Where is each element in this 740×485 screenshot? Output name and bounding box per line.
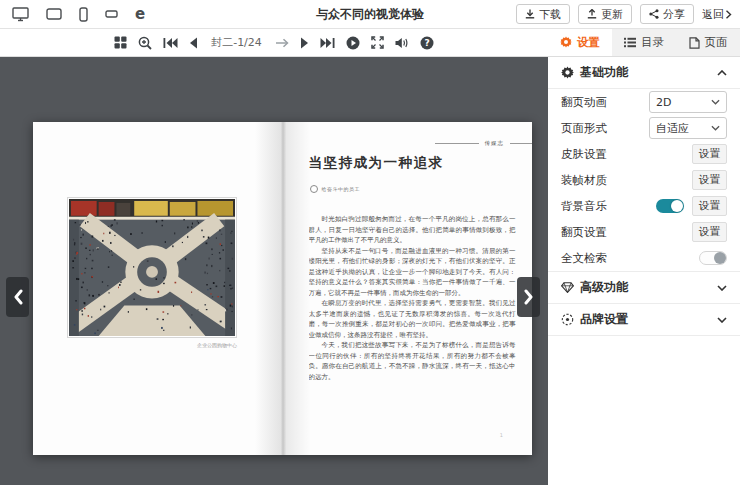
next-page-icon[interactable]	[300, 37, 309, 49]
mini-icon[interactable]	[105, 10, 118, 18]
setting-row-fulltext-search: 全文检索	[548, 245, 740, 271]
prev-page-icon[interactable]	[189, 37, 198, 49]
flipbook-editor-app: e 与众不同的视觉体验 下载 更新 分享 返回	[0, 0, 740, 485]
divider	[548, 335, 740, 336]
rule-right	[510, 143, 532, 144]
update-label: 更新	[601, 7, 623, 22]
download-label: 下载	[539, 7, 561, 22]
select-value: 自适应	[656, 121, 711, 136]
chevron-down-icon	[717, 317, 727, 323]
rule-left	[435, 143, 479, 144]
page-icon	[689, 37, 700, 49]
sound-icon[interactable]	[395, 37, 409, 49]
phone-icon[interactable]	[79, 7, 88, 22]
byline-avatar-icon	[310, 185, 318, 193]
thumbnails-icon[interactable]	[114, 36, 127, 49]
tablet-icon[interactable]	[46, 8, 62, 20]
autoplay-icon[interactable]	[346, 36, 360, 50]
article-paragraph: 在瞬息万变的时代里，选择坚持需要勇气，更需要智慧。我们见过太多半途而废的遗憾，也…	[309, 298, 516, 340]
flip-animation-select[interactable]: 2D	[649, 91, 727, 113]
tab-pages-label: 页面	[705, 35, 728, 50]
flip-settings-button[interactable]: 设置	[692, 222, 727, 242]
chevron-up-icon	[717, 70, 727, 76]
last-page-icon[interactable]	[320, 37, 335, 49]
binding-material-button[interactable]: 设置	[692, 170, 727, 190]
gear-icon	[560, 36, 572, 48]
desktop-icon[interactable]	[12, 7, 29, 22]
article-body: 时光如白驹过隙般匆匆而过，在每一个平凡的岗位上，总有那么一群人，日复一日地坚守着…	[309, 214, 516, 410]
article-paragraph: 坚持从来不是一句口号，而是融进血液里的一种习惯。清晨的第一缕阳光里，有他们忙碌的…	[309, 246, 516, 299]
column-label: 传媒志	[485, 140, 505, 147]
zoom-in-icon[interactable]	[138, 36, 152, 50]
share-button[interactable]: 分享	[640, 4, 694, 24]
tab-pages[interactable]: 页面	[676, 29, 740, 56]
fullscreen-icon[interactable]	[371, 36, 384, 49]
first-page-icon[interactable]	[163, 37, 178, 49]
content-area: 企业公园购物中心 传媒志 当坚持成为一种追求 给奋斗中的员工 时光	[0, 57, 740, 485]
tab-settings[interactable]: 设置	[548, 29, 612, 56]
share-icon	[649, 9, 659, 19]
bg-music-toggle[interactable]	[656, 199, 684, 213]
download-button[interactable]: 下载	[516, 4, 570, 24]
setting-label: 全文检索	[561, 251, 699, 266]
diamond-icon	[561, 282, 574, 293]
fulltext-search-toggle[interactable]	[699, 251, 727, 265]
setting-row-skin: 皮肤设置 设置	[548, 141, 740, 167]
tab-toc-label: 目录	[641, 35, 664, 50]
article-title: 当坚持成为一种追求	[309, 154, 444, 172]
section-advanced-functions[interactable]: 高级功能	[548, 272, 740, 303]
list-icon	[624, 37, 636, 48]
prev-arrow-button[interactable]	[6, 277, 29, 317]
settings-sidebar: 基础功能 翻页动画 2D 页面形式 自适应	[548, 57, 740, 485]
photo-caption: 企业公园购物中心	[67, 342, 237, 348]
e-reader-icon[interactable]: e	[135, 7, 145, 22]
tab-toc[interactable]: 目录	[612, 29, 676, 56]
section-label: 品牌设置	[580, 311, 711, 328]
book-stage: 企业公园购物中心 传媒志 当坚持成为一种追求 给奋斗中的员工 时光	[0, 57, 548, 485]
chevron-down-icon	[711, 125, 720, 131]
byline: 给奋斗中的员工	[310, 185, 361, 193]
byline-text: 给奋斗中的员工	[322, 186, 361, 192]
section-label: 基础功能	[580, 64, 711, 81]
viewer-toolbar: 封二-1/24 ?	[0, 29, 548, 57]
setting-label: 页面形式	[561, 121, 649, 136]
chevron-right-icon	[725, 10, 732, 19]
select-value: 2D	[656, 96, 711, 109]
topbar: e 与众不同的视觉体验 下载 更新 分享 返回	[0, 0, 740, 29]
page-mode-select[interactable]: 自适应	[649, 117, 727, 139]
page-indicator[interactable]: 封二-1/24	[211, 35, 262, 50]
toggle-knob	[671, 200, 683, 212]
article-paragraph: 今天，我们把这些故事写下来，不是为了标榜什么，而是想告诉每一位同行的伙伴：所有的…	[309, 340, 516, 382]
help-icon[interactable]: ?	[420, 36, 434, 50]
gear-icon	[561, 66, 574, 79]
download-icon	[525, 9, 535, 19]
chevron-down-icon	[711, 99, 720, 105]
next-arrow-button[interactable]	[517, 277, 540, 317]
setting-label: 背景音乐	[561, 199, 656, 214]
brand-icon	[561, 313, 574, 326]
share-label: 分享	[663, 7, 685, 22]
secondary-bar: 封二-1/24 ?	[0, 29, 740, 57]
left-page[interactable]: 企业公园购物中心	[33, 122, 283, 455]
topbar-actions: 下载 更新 分享 返回	[516, 4, 740, 24]
update-button[interactable]: 更新	[578, 4, 632, 24]
section-label: 高级功能	[580, 279, 711, 296]
device-preview-switcher: e	[0, 7, 145, 22]
section-brand-settings[interactable]: 品牌设置	[548, 304, 740, 335]
setting-row-flip-animation: 翻页动画 2D	[548, 89, 740, 115]
svg-text:?: ?	[424, 38, 429, 48]
skin-settings-button[interactable]: 设置	[692, 144, 727, 164]
right-page[interactable]: 传媒志 当坚持成为一种追求 给奋斗中的员工 时光如白驹过隙般匆匆而过，在每一个平…	[283, 122, 533, 455]
goto-page-icon[interactable]	[275, 38, 289, 48]
bg-music-settings-button[interactable]: 设置	[692, 196, 727, 216]
setting-row-flip-settings: 翻页设置 设置	[548, 219, 740, 245]
setting-label: 翻页设置	[561, 225, 692, 240]
setting-row-page-mode: 页面形式 自适应	[548, 115, 740, 141]
setting-label: 翻页动画	[561, 95, 649, 110]
open-book[interactable]: 企业公园购物中心 传媒志 当坚持成为一种追求 给奋斗中的员工 时光	[33, 122, 532, 455]
page-number: 1	[500, 432, 503, 438]
back-button[interactable]: 返回	[702, 7, 732, 22]
article-paragraph: 时光如白驹过隙般匆匆而过，在每一个平凡的岗位上，总有那么一群人，日复一日地坚守着…	[309, 214, 516, 246]
section-basic-functions[interactable]: 基础功能	[548, 57, 740, 88]
chevron-right-icon	[524, 289, 534, 305]
